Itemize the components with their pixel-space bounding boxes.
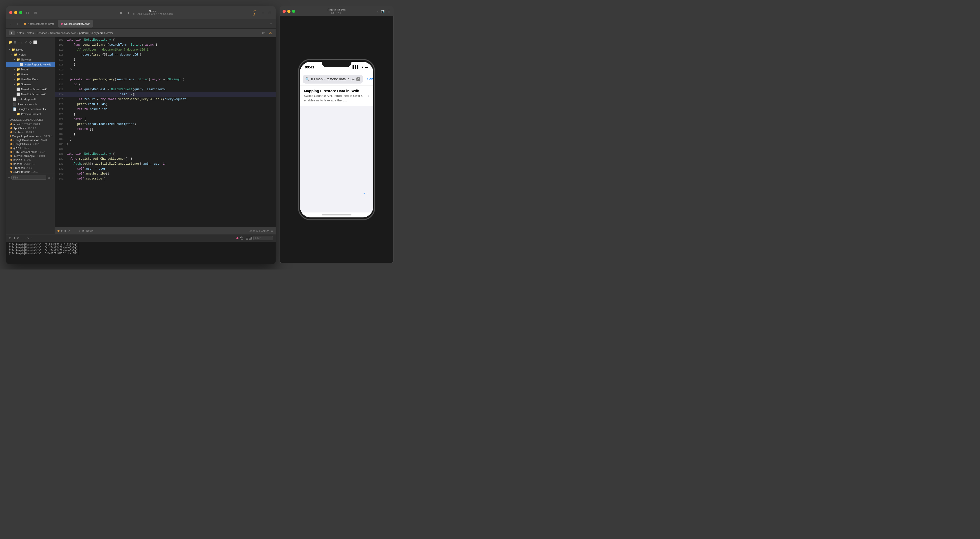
package-item[interactable]: › GoogleAppMeasurement 10.24.0 <box>6 134 55 138</box>
refresh-icon[interactable]: ⟳ <box>261 30 266 36</box>
sort-icon[interactable]: ↕ <box>52 176 53 179</box>
cancel-button[interactable]: Cancel <box>365 77 373 81</box>
sim-home-icon[interactable]: ⌂ <box>377 9 379 13</box>
sidebar-toggle-icon[interactable]: ⊟ <box>25 10 30 15</box>
package-item[interactable]: › Promises 2.4.0 <box>6 166 55 170</box>
line-content[interactable]: self.unsubscribe() <box>67 171 275 176</box>
package-item[interactable]: › SwiftProtobuf 1.26.0 <box>6 170 55 174</box>
line-content[interactable]: Auth.auth().addStateDidChangeListener{ a… <box>67 161 275 166</box>
close-button[interactable] <box>9 11 13 14</box>
tree-item-model[interactable]: › 📁 Model <box>6 67 55 72</box>
line-content[interactable]: return [] <box>67 127 275 132</box>
line-content[interactable]: limit: 2) <box>67 92 275 97</box>
package-item[interactable]: › AppCheck 10.19.0 <box>6 126 55 130</box>
search-bar[interactable]: 🔍 ✕ <box>303 75 363 83</box>
line-content[interactable]: print(error.localizedDescription) <box>67 122 275 127</box>
line-content[interactable]: // setNotes = documentMap { documentId i… <box>67 47 275 52</box>
tree-item-preview[interactable]: › 📁 Preview Content <box>6 112 55 116</box>
breadcrumb-file[interactable]: NotesRepository.swift <box>50 32 76 35</box>
issue-nav-icon[interactable]: ⚠ <box>25 40 28 44</box>
line-content[interactable]: do { <box>67 82 275 87</box>
tree-item-assets[interactable]: ⬛ Assets.xcassets <box>6 102 55 107</box>
add-sidebar-icon[interactable]: + <box>8 176 10 180</box>
tree-item-googleservice[interactable]: 📄 GoogleService-Info.plist <box>6 107 55 112</box>
package-item[interactable]: › GoogleUtilities 7.13.1 <box>6 142 55 146</box>
breadcrumb-function[interactable]: performQuery(searchTerm:) <box>79 32 113 35</box>
tree-item-notes[interactable]: ▾ 📁 Notes <box>6 52 55 57</box>
line-content[interactable]: return result.ids <box>67 107 275 112</box>
debug-nav-icon[interactable]: ⬜ <box>33 40 37 44</box>
filter-options-icon[interactable]: ⊞ <box>48 176 50 179</box>
console-step-into-icon[interactable]: ↘ <box>27 236 30 240</box>
tree-item-screens[interactable]: ▾ 📁 Screens <box>6 82 55 87</box>
compose-button[interactable]: ✏ <box>361 190 369 198</box>
line-content[interactable]: let result = try await vectorSearchQuery… <box>67 97 275 102</box>
line-content[interactable]: } <box>67 62 275 67</box>
line-content[interactable]: } <box>67 137 275 142</box>
line-content[interactable]: } <box>67 67 275 72</box>
package-item[interactable]: › InteropForGoogle 100.0.0 <box>6 154 55 158</box>
console-pause-icon[interactable]: ⏸ <box>13 236 16 240</box>
stop-icon[interactable]: ■ <box>126 10 131 15</box>
run-icon[interactable]: ▶ <box>119 10 124 15</box>
line-content[interactable] <box>67 72 275 77</box>
package-item[interactable]: › GTMSessionFetcher 3.4.1 <box>6 150 55 154</box>
breadcrumb-notes2[interactable]: Notes <box>27 32 34 35</box>
console-down-icon[interactable]: ↓ <box>21 236 22 240</box>
add-tab-button[interactable]: + <box>268 21 274 27</box>
package-item[interactable]: › leveldb 1.22.5 <box>6 158 55 162</box>
line-content[interactable]: extension NotesRepository { <box>67 37 275 42</box>
panel-icon[interactable]: ⊟ <box>267 10 273 15</box>
line-content[interactable]: self.subscribe() <box>67 176 275 181</box>
line-content[interactable]: print(result.ids) <box>67 102 275 107</box>
line-content[interactable]: } <box>67 132 275 137</box>
console-split-icon[interactable]: ⊟⊞ <box>245 236 252 241</box>
line-content[interactable]: func semanticSearch(searchTerm: String) … <box>67 42 275 47</box>
tree-item-notesapp[interactable]: ⬜ NotesApp.swift <box>6 97 55 102</box>
tab-notesrepository[interactable]: NotesRepository.swift <box>58 20 94 27</box>
line-content[interactable]: notes.first {$0.id == documentId } <box>67 52 275 57</box>
filter-input[interactable] <box>11 175 46 180</box>
line-content[interactable] <box>67 147 275 151</box>
console-delete-icon[interactable]: 🗑 <box>240 236 244 241</box>
breadcrumb-notes[interactable]: Notes <box>17 32 24 35</box>
line-content[interactable]: } <box>67 112 275 117</box>
layout-icon[interactable]: ⊞ <box>33 10 38 15</box>
line-content[interactable]: } <box>67 142 275 147</box>
sim-close-button[interactable] <box>283 10 286 13</box>
source-nav-icon[interactable]: ⊞ <box>14 40 16 44</box>
add-icon[interactable]: + <box>260 10 266 15</box>
package-item[interactable]: › nanopb 2.30910.0 <box>6 162 55 166</box>
search-nav-icon[interactable]: ⌕ <box>21 40 23 44</box>
tree-item-views[interactable]: › 📁 Views <box>6 72 55 77</box>
package-item[interactable]: › Firebase 10.24.0 <box>6 130 55 134</box>
test-nav-icon[interactable]: ◇ <box>29 40 32 44</box>
run-button[interactable]: ▶ <box>9 30 14 35</box>
active-nav-icon[interactable]: ≡ <box>18 40 20 44</box>
tab-noteslistscreen[interactable]: NotesListScreen.swift <box>21 20 57 27</box>
console-clear-icon[interactable]: ⊘ <box>9 236 11 240</box>
warning-icon[interactable]: ⚠ 2 <box>253 10 259 15</box>
package-item[interactable]: › GoogleDataTransport 9.4.0 <box>6 138 55 142</box>
tree-item-viewmodifiers[interactable]: › 📁 ViewModifiers <box>6 77 55 82</box>
tree-item-notes-root[interactable]: ▾ 📁 Notes <box>6 47 55 52</box>
folder-nav-icon[interactable]: 📁 <box>8 40 12 44</box>
code-area[interactable]: 108extension NotesRepository {109 func s… <box>55 37 275 227</box>
search-input[interactable] <box>311 77 355 81</box>
console-step-over-icon[interactable]: ⤵ <box>24 236 25 240</box>
package-item[interactable]: › gRPC 1.62.2 <box>6 146 55 150</box>
line-content[interactable]: extension NotesRepository { <box>67 151 275 156</box>
line-content[interactable]: catch { <box>67 117 275 122</box>
console-share-icon[interactable]: ↑ <box>31 236 32 240</box>
back-nav-icon[interactable]: ‹ <box>8 21 14 27</box>
sim-min-button[interactable] <box>287 10 291 13</box>
console-step-icon[interactable]: ⟳ <box>17 236 19 240</box>
minimize-button[interactable] <box>14 11 18 14</box>
tree-item-noteslist[interactable]: ⬜ NotesListScreen.swift <box>6 87 55 92</box>
sim-settings-icon[interactable]: ☰ <box>387 9 391 13</box>
search-clear-button[interactable]: ✕ <box>356 77 360 81</box>
breadcrumb-services[interactable]: Services <box>37 32 47 35</box>
tree-item-noteedit[interactable]: ⬜ NoteEditScreen.swift <box>6 92 55 97</box>
line-content[interactable]: } <box>67 57 275 62</box>
sim-max-button[interactable] <box>292 10 295 13</box>
